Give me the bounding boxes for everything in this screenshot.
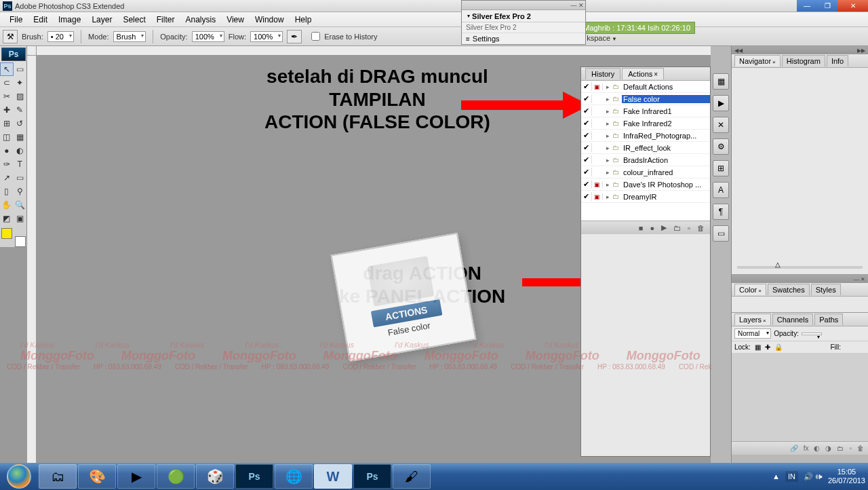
action-row[interactable]: ✔▸🗀Fake Infrared2 bbox=[581, 117, 710, 130]
gradient-tool[interactable]: ▦ bbox=[14, 130, 27, 144]
current-tool-icon[interactable]: ⚒ bbox=[3, 30, 18, 43]
mask-icon[interactable]: ◐ bbox=[814, 445, 820, 452]
eraser-tool[interactable]: ◫ bbox=[0, 130, 14, 144]
new-layer-icon[interactable]: ▫ bbox=[849, 445, 852, 452]
lock-position-icon[interactable]: ✚ bbox=[765, 343, 770, 351]
dock-btn-3[interactable]: ✕ bbox=[713, 117, 729, 133]
menu-filter[interactable]: Filter bbox=[151, 15, 180, 24]
action-row[interactable]: ✔▸🗀IR_effect_look bbox=[581, 142, 710, 154]
dock-btn-8[interactable]: ▭ bbox=[713, 225, 729, 242]
dodge-tool[interactable]: ◐ bbox=[14, 144, 27, 157]
stamp-tool[interactable]: ⊞ bbox=[0, 117, 14, 130]
shape-tool[interactable]: ▭ bbox=[14, 171, 27, 185]
panel-row[interactable]: Silver Efex Pro 2 bbox=[462, 22, 585, 33]
close-button[interactable]: ✕ bbox=[837, 0, 868, 12]
workspace-dropdown[interactable]: kspace bbox=[587, 34, 617, 42]
dock-btn-4[interactable]: ⚙ bbox=[713, 138, 729, 155]
fx-icon[interactable]: fx bbox=[804, 445, 809, 452]
start-button[interactable] bbox=[0, 463, 38, 490]
tab-layers[interactable]: Layers× bbox=[734, 314, 771, 325]
clock[interactable]: 15:05 26/07/2013 bbox=[828, 468, 865, 485]
layers-body[interactable] bbox=[732, 353, 868, 441]
menu-file[interactable]: File bbox=[4, 15, 28, 24]
new-set-icon[interactable]: 🗀 bbox=[673, 224, 681, 232]
path-tool[interactable]: ↗ bbox=[0, 171, 14, 185]
task-word[interactable]: W bbox=[314, 464, 352, 489]
zoom-tool[interactable]: 🔍 bbox=[14, 198, 27, 212]
task-chrome[interactable]: 🌐 bbox=[275, 464, 313, 489]
task-explorer[interactable]: 🗂 bbox=[39, 464, 77, 489]
flow-input[interactable]: 100% bbox=[250, 31, 283, 42]
slice-tool[interactable]: ▨ bbox=[14, 90, 27, 103]
notes-tool[interactable]: ▯ bbox=[0, 185, 14, 198]
action-row[interactable]: ✔▸🗀colour_infrared bbox=[581, 166, 710, 178]
quickmask-tool[interactable]: ◩ bbox=[0, 212, 14, 225]
brush-size[interactable]: • 20 bbox=[47, 31, 74, 42]
task-paint[interactable]: 🖌 bbox=[393, 464, 431, 489]
blend-mode-dropdown[interactable]: Normal bbox=[734, 328, 771, 339]
menu-image[interactable]: Image bbox=[53, 15, 86, 24]
task-photoshop-1[interactable]: Ps bbox=[235, 464, 273, 489]
airbrush-icon[interactable]: ✒ bbox=[287, 30, 302, 43]
tray-icons[interactable]: 🔊 🕪 bbox=[804, 472, 823, 481]
tab-histogram[interactable]: Histogram bbox=[782, 55, 825, 67]
play-icon[interactable]: ▶ bbox=[661, 223, 667, 232]
tab-info[interactable]: Info bbox=[827, 55, 848, 67]
background-color[interactable] bbox=[15, 236, 26, 247]
color-swatches[interactable] bbox=[1, 228, 26, 247]
brush-tool[interactable]: ✎ bbox=[14, 103, 27, 117]
action-row[interactable]: ✔▣▸🗀DreamyIR bbox=[581, 191, 710, 203]
opacity-input[interactable]: 100% bbox=[192, 31, 224, 42]
tab-navigator[interactable]: Navigator× bbox=[734, 55, 781, 67]
ruler-horizontal[interactable] bbox=[37, 46, 711, 56]
close-icon[interactable]: × bbox=[654, 71, 658, 78]
action-row[interactable]: ✔▸🗀Fake Infrared1 bbox=[581, 105, 710, 117]
history-brush-tool[interactable]: ↺ bbox=[14, 117, 27, 130]
dock-btn-6[interactable]: A bbox=[713, 182, 729, 198]
move-tool[interactable]: ↖ bbox=[0, 62, 14, 76]
dock-btn-2[interactable]: ▶ bbox=[713, 95, 729, 111]
task-wmp[interactable]: ▶ bbox=[117, 464, 155, 489]
heal-tool[interactable]: ✚ bbox=[0, 103, 14, 117]
chevron-down-icon[interactable]: ▾ bbox=[467, 13, 470, 19]
pen-tool[interactable]: ✑ bbox=[0, 157, 14, 171]
dock-btn-5[interactable]: ⊞ bbox=[713, 160, 729, 176]
minimize-button[interactable]: — bbox=[797, 0, 817, 12]
layer-opacity-input[interactable] bbox=[802, 333, 822, 335]
dock-btn-1[interactable]: ▦ bbox=[713, 73, 729, 90]
menu-analysis[interactable]: Analysis bbox=[180, 15, 221, 24]
maximize-button[interactable]: ❐ bbox=[817, 0, 837, 12]
eyedropper-tool[interactable]: ⚲ bbox=[14, 185, 27, 198]
collapse-right-icon[interactable]: ▶▶ bbox=[857, 48, 865, 54]
menu-view[interactable]: View bbox=[221, 15, 250, 24]
menu-edit[interactable]: Edit bbox=[28, 15, 53, 24]
color-body[interactable] bbox=[732, 297, 868, 313]
erase-history-checkbox[interactable] bbox=[311, 32, 320, 41]
marquee-tool[interactable]: ▭ bbox=[14, 62, 26, 76]
ruler-vertical[interactable] bbox=[27, 56, 37, 463]
wand-tool[interactable]: ✦ bbox=[14, 76, 27, 90]
language-indicator[interactable]: IN bbox=[785, 471, 798, 482]
task-app-2[interactable]: 🟢 bbox=[157, 464, 195, 489]
tray-up-icon[interactable]: ▲ bbox=[772, 472, 780, 480]
panel-minimize-icon[interactable]: — ✕ bbox=[570, 2, 584, 9]
record-icon[interactable]: ● bbox=[650, 224, 654, 232]
delete-layer-icon[interactable]: 🗑 bbox=[857, 445, 864, 452]
action-row[interactable]: ✔▸🗀InfraRed_Photograp... bbox=[581, 130, 710, 142]
action-row[interactable]: ✔▣▸🗀Default Actions bbox=[581, 81, 710, 93]
action-row[interactable]: ✔▸🗀False color bbox=[581, 93, 710, 105]
dock-btn-7[interactable]: ¶ bbox=[713, 204, 729, 220]
task-app-3[interactable]: 🎲 bbox=[196, 464, 234, 489]
panel-settings[interactable]: Settings bbox=[462, 33, 585, 44]
tab-swatches[interactable]: Swatches bbox=[768, 284, 810, 295]
action-row[interactable]: ✔▸🗀BradsIrAction bbox=[581, 154, 710, 166]
tab-history[interactable]: History bbox=[585, 68, 620, 79]
menu-layer[interactable]: Layer bbox=[86, 15, 117, 24]
stop-icon[interactable]: ■ bbox=[639, 224, 644, 232]
task-app-1[interactable]: 🎨 bbox=[78, 464, 116, 489]
menu-window[interactable]: Window bbox=[250, 15, 290, 24]
link-icon[interactable]: 🔗 bbox=[790, 445, 798, 452]
blur-tool[interactable]: ● bbox=[0, 144, 14, 157]
zoom-slider[interactable] bbox=[737, 266, 863, 269]
menu-select[interactable]: Select bbox=[117, 15, 151, 24]
